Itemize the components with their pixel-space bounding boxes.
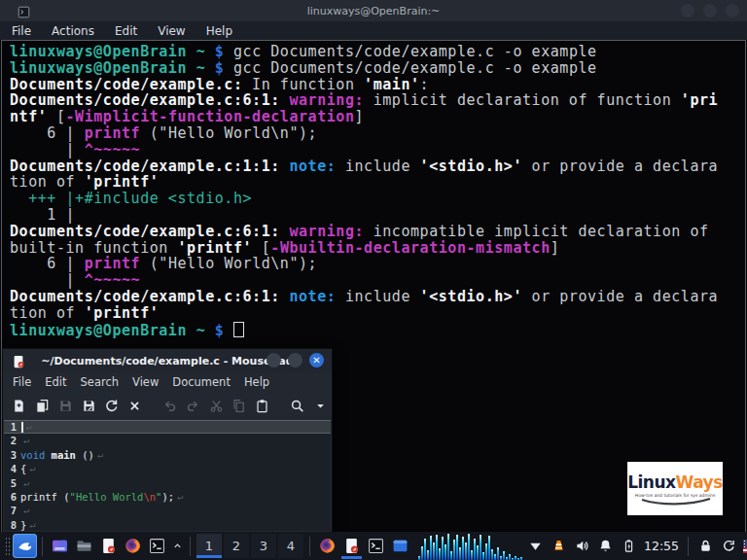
- mousepad-window: ~/Documents/code/example.c - Mousepad ✕ …: [2, 348, 333, 533]
- quicklaunch-mousepad-button[interactable]: [96, 534, 121, 559]
- tray-network-icon[interactable]: [523, 534, 547, 559]
- spectrum-bar: [488, 536, 490, 560]
- close-tab-button[interactable]: [124, 394, 147, 417]
- terminal-line: linuxways@OpenBrain ~ $: [10, 322, 745, 338]
- terminal-titlebar[interactable]: linuxways@OpenBrain:~: [0, 0, 747, 21]
- kali-menu-button[interactable]: [13, 534, 37, 558]
- save-button[interactable]: [54, 394, 78, 417]
- mousepad-maximize-button[interactable]: [288, 353, 302, 368]
- editor-line-8[interactable]: 8}↵: [4, 518, 331, 531]
- terminal-menu-help[interactable]: Help: [206, 24, 232, 38]
- paste-button[interactable]: [251, 394, 274, 417]
- terminal-text-segment: 'printf': [177, 239, 252, 257]
- editor-line-1[interactable]: 1↵: [4, 420, 331, 434]
- editor-line-3[interactable]: 3void main ()↵: [4, 448, 331, 462]
- mousepad-minimize-button[interactable]: [267, 353, 281, 368]
- spectrum-bar: [517, 558, 519, 560]
- terminal-menu-file[interactable]: File: [12, 24, 31, 38]
- find-button[interactable]: [285, 394, 308, 417]
- spectrum-bar: [418, 556, 420, 560]
- logout-button[interactable]: [717, 534, 740, 559]
- editor-line-6[interactable]: 6printf ("Hello World\n");↵: [4, 490, 331, 504]
- panel-grip-left[interactable]: [5, 537, 11, 556]
- tray-notifications-icon[interactable]: [593, 534, 617, 559]
- terminal-menu-edit[interactable]: Edit: [115, 24, 137, 38]
- terminal-line: | ^~~~~~: [10, 142, 745, 158]
- mousepad-menu-edit[interactable]: Edit: [45, 375, 66, 389]
- terminal-line: | ^~~~~~: [10, 272, 745, 289]
- code-segment: );: [161, 490, 174, 504]
- spectrum-bar: [468, 534, 470, 560]
- terminal-text-segment: tion of: [10, 173, 85, 191]
- mousepad-menu-search[interactable]: Search: [81, 375, 120, 389]
- editor-line-7[interactable]: 7↵: [4, 504, 331, 517]
- mousepad-menu-document[interactable]: Document: [172, 375, 231, 389]
- mousepad-menu-help[interactable]: Help: [244, 375, 269, 389]
- task-mousepad-button[interactable]: [339, 534, 364, 559]
- terminal-text-segment: -Wimplicit-function-declaration: [66, 108, 355, 125]
- terminal-text-segment: linuxways@OpenBrain: [10, 59, 187, 77]
- quicklaunch-terminal-button[interactable]: [145, 534, 169, 559]
- quicklaunch-file-manager-button[interactable]: [72, 534, 96, 559]
- terminal-menu-view[interactable]: View: [158, 24, 185, 38]
- terminal-close-button[interactable]: [726, 4, 739, 18]
- spectrum-bar: [436, 535, 438, 560]
- workspace-3[interactable]: 3: [251, 534, 276, 558]
- system-tray: 12:55: [523, 534, 747, 559]
- linuxways-brand: LinuxWays: [627, 474, 723, 491]
- task-firefox-button[interactable]: [315, 534, 339, 559]
- terminal-minimize-button[interactable]: [681, 4, 694, 18]
- mousepad-titlebar[interactable]: ~/Documents/code/example.c - Mousepad ✕: [3, 349, 332, 372]
- editor-cursor: [21, 422, 23, 433]
- undo-button[interactable]: [159, 394, 182, 417]
- workspace-1[interactable]: 1: [196, 534, 222, 558]
- code-segment: void: [20, 448, 52, 462]
- redo-button[interactable]: [181, 394, 204, 417]
- terminal-text-segment: 'main': [364, 76, 420, 93]
- spectrum-bar: [430, 536, 432, 560]
- tray-vlc-icon[interactable]: [547, 534, 570, 559]
- task-window-button[interactable]: [388, 534, 412, 559]
- flag-canton: [743, 540, 747, 547]
- terminal-text-segment: 'printf': [85, 304, 160, 322]
- cut-button[interactable]: [204, 394, 228, 417]
- copy-button[interactable]: [228, 394, 251, 417]
- clock[interactable]: 12:55: [644, 539, 679, 553]
- quicklaunch-show-desktop-button[interactable]: [48, 534, 72, 559]
- editor-line-5[interactable]: 5↵: [4, 476, 331, 490]
- terminal-text-segment: Documents/code/example.c:6:1:: [10, 91, 280, 109]
- quicklaunch-expand-button[interactable]: [169, 534, 185, 559]
- quicklaunch-firefox-button[interactable]: [121, 534, 145, 559]
- keyboard-layout-us-flag-icon[interactable]: [743, 540, 747, 553]
- editor-line-2[interactable]: 2↵: [4, 434, 331, 447]
- task-terminal-button[interactable]: [364, 534, 388, 559]
- terminal-line: Documents/code/example.c:6:1: warning: i…: [10, 92, 745, 109]
- spectrum-bar: [453, 540, 455, 560]
- quicklaunch-area: [48, 534, 169, 559]
- spectrum-bar: [477, 545, 479, 560]
- open-button[interactable]: [31, 394, 54, 417]
- undo-icon: [162, 399, 177, 413]
- tray-battery-icon[interactable]: [617, 534, 640, 559]
- save-as-button[interactable]: [77, 394, 100, 417]
- mousepad-editor[interactable]: 1↵2↵3void main ()↵4{↵5↵6printf ("Hello W…: [4, 420, 331, 531]
- menu-caret-button[interactable]: [308, 394, 332, 417]
- newline-symbol: ↵: [29, 462, 35, 475]
- mousepad-menu-file[interactable]: File: [13, 375, 31, 389]
- line-number: 6: [4, 490, 20, 504]
- terminal-maximize-button[interactable]: [703, 4, 717, 18]
- reload-button[interactable]: [100, 394, 124, 417]
- terminal-menu-actions[interactable]: Actions: [52, 24, 94, 38]
- tray-volume-icon[interactable]: [570, 534, 593, 559]
- chevron-up-icon: [172, 541, 183, 551]
- spectrum-bar: [456, 535, 458, 560]
- workspace-4[interactable]: 4: [278, 534, 303, 558]
- mousepad-close-button[interactable]: ✕: [309, 353, 324, 368]
- lock-button[interactable]: [694, 534, 717, 559]
- workspace-2[interactable]: 2: [224, 534, 249, 558]
- workspace-pager: 1234: [196, 534, 304, 558]
- mousepad-menu-view[interactable]: View: [132, 375, 159, 389]
- terminal-text-segment: 'pri: [681, 91, 718, 109]
- new-file-button[interactable]: [8, 394, 31, 417]
- editor-line-4[interactable]: 4{↵: [4, 462, 331, 475]
